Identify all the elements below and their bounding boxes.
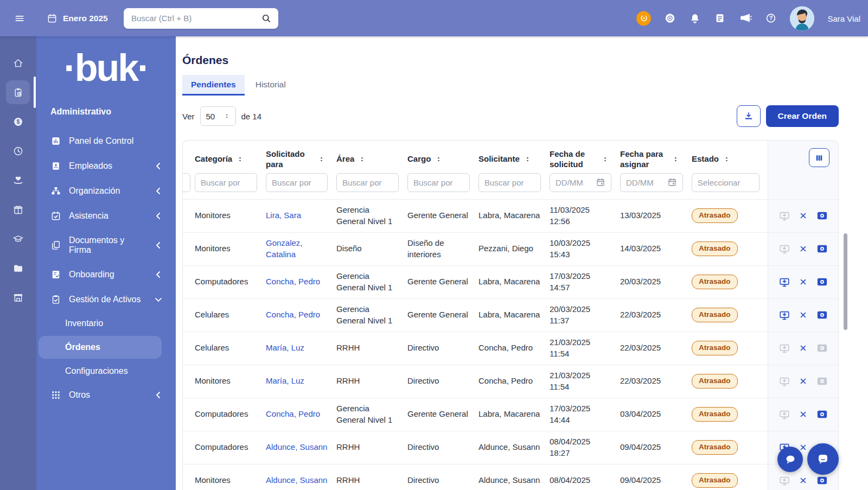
device-download-icon [778, 409, 790, 421]
device-download-icon [778, 342, 790, 354]
sidebar-item-empleados[interactable]: Empleados [36, 154, 176, 179]
date-filter-fecha-para-asignar[interactable]: DD/MM [620, 173, 683, 192]
support-chat-button[interactable] [807, 443, 839, 475]
requested-for-link[interactable]: Concha, Pedro [266, 310, 320, 319]
rail-item-time[interactable] [0, 136, 36, 166]
sidebar-item-onboarding[interactable]: Onboarding [36, 262, 176, 287]
requested-for-link[interactable]: María, Luz [266, 376, 304, 385]
sidebar-item-otros[interactable]: Otros [36, 383, 176, 408]
rail-item-gifts[interactable] [0, 195, 36, 224]
sidebar-subitem-configuraciones[interactable]: Configuraciones [36, 360, 176, 383]
request-date: 17/03/2025 [550, 271, 612, 282]
cancel-order-button[interactable] [799, 277, 808, 287]
filter-input-solicitante[interactable]: Buscar por [478, 173, 541, 192]
sidebar-item-gestion-de-activos[interactable]: Gestión de Activos [36, 287, 176, 312]
select-filter-estado[interactable]: Seleccionar [692, 173, 760, 192]
view-order-button[interactable] [816, 276, 828, 288]
cancel-order-button[interactable] [799, 310, 808, 320]
filter-input-categoria[interactable]: Buscar por [195, 173, 257, 192]
column-header-cargo[interactable]: Cargo [407, 154, 478, 164]
column-header-solicitado-para[interactable]: Solicitado para [266, 149, 336, 170]
requested-for-link[interactable]: Concha, Pedro [266, 409, 320, 418]
view-order-button[interactable] [816, 408, 828, 421]
column-header-fecha-para-asignar[interactable]: Fecha para asignar [620, 149, 692, 170]
rail-item-training[interactable] [0, 224, 36, 253]
cancel-order-button[interactable] [799, 244, 808, 253]
cancel-order-button[interactable] [799, 476, 808, 485]
feedback-chat-button[interactable] [777, 447, 803, 472]
vertical-scrollbar[interactable] [844, 233, 847, 330]
filter-input-cargo[interactable]: Buscar por [407, 173, 470, 192]
megaphone-icon[interactable] [739, 12, 752, 25]
period-selector[interactable]: Enero 2025 [47, 13, 108, 24]
tab-historial[interactable]: Historial [247, 75, 295, 96]
date-filter-fecha-de-solicitud[interactable]: DD/MM [550, 173, 611, 192]
sidebar-subitem-label: Inventario [65, 319, 103, 328]
requested-for-link[interactable]: Aldunce, Susann [266, 442, 327, 451]
cancel-order-button[interactable] [799, 211, 808, 220]
download-order-button[interactable] [778, 309, 790, 321]
create-order-button[interactable]: Crear Orden [766, 105, 839, 127]
sidebar-subitem-ordenes[interactable]: Órdenes [39, 336, 162, 359]
view-order-button[interactable] [816, 209, 828, 222]
sidebar-item-documentos-y-firma[interactable]: Documentos y Firma [36, 228, 176, 262]
close-icon [799, 410, 808, 419]
view-order-button[interactable] [816, 309, 828, 321]
column-header-solicitante[interactable]: Solicitante [478, 154, 550, 164]
rail-item-home[interactable] [0, 48, 36, 78]
cell-cargo: Directivo [407, 475, 478, 486]
requested-for-link[interactable]: Aldunce, Susann [266, 475, 327, 485]
support-icon[interactable] [636, 11, 651, 26]
filter-input-area[interactable]: Buscar por [336, 173, 399, 192]
column-label: Estado [692, 154, 719, 164]
filter-input-solicitado-para[interactable]: Buscar por [266, 173, 328, 192]
view-order-button[interactable] [816, 474, 828, 487]
sidebar-item-asistencia[interactable]: Asistencia [36, 203, 176, 228]
rail-item-marketplace[interactable] [0, 283, 36, 312]
notes-icon[interactable] [714, 12, 726, 24]
rail-item-benefits[interactable] [0, 166, 36, 195]
export-button[interactable] [737, 105, 761, 127]
cell-categoria: Monitores [195, 243, 266, 254]
tab-pendientes[interactable]: Pendientes [182, 75, 245, 96]
download-order-button [778, 342, 790, 354]
filter-placeholder: Buscar por [272, 178, 311, 187]
column-header-categoria[interactable]: Categoría [195, 154, 266, 164]
bell-icon[interactable] [689, 12, 701, 24]
column-settings-button[interactable] [809, 148, 829, 167]
rail-item-asset-management[interactable] [0, 78, 36, 107]
page-size-select[interactable]: 50 [200, 106, 236, 126]
cancel-order-button[interactable] [799, 410, 808, 419]
column-header-fecha-de-solicitud[interactable]: Fecha de solicitud [550, 149, 620, 170]
cell-categoria: Computadores [195, 409, 266, 419]
search-icon[interactable] [261, 13, 272, 24]
close-icon [799, 476, 808, 485]
requested-for-link[interactable]: María, Luz [266, 343, 304, 352]
view-order-button[interactable] [816, 243, 828, 255]
rail-item-payments[interactable] [0, 107, 36, 136]
help-icon[interactable] [765, 12, 777, 24]
gear-icon[interactable] [664, 12, 676, 24]
cancel-order-button[interactable] [799, 343, 808, 353]
requested-for-link[interactable]: Concha, Pedro [266, 277, 320, 286]
column-header-area[interactable]: Área [336, 154, 407, 164]
hidden-column-filter[interactable] [182, 173, 190, 192]
requested-for-link[interactable]: Lira, Sara [266, 211, 301, 220]
request-time: 11:37 [550, 315, 612, 326]
column-label: Fecha para asignar [620, 149, 668, 170]
sidebar-item-organizacion[interactable]: Organización [36, 179, 176, 203]
cancel-order-button[interactable] [799, 377, 808, 386]
avatar[interactable] [790, 6, 814, 30]
rail-item-files[interactable] [0, 253, 36, 283]
sidebar-item-panel-de-control[interactable]: Panel de Control [36, 129, 176, 154]
search-input[interactable] [124, 8, 278, 29]
cell-cargo: Gerente General [407, 309, 478, 320]
column-header-estado[interactable]: Estado [692, 154, 768, 164]
request-time: 11:54 [550, 348, 612, 359]
cell-solicitante: Labra, Macarena [478, 276, 550, 287]
request-date: 20/03/2025 [550, 304, 612, 315]
requested-for-link[interactable]: Gonzalez, Catalina [266, 238, 303, 258]
menu-toggle-button[interactable] [14, 13, 25, 24]
sidebar-subitem-inventario[interactable]: Inventario [36, 312, 176, 335]
download-order-button[interactable] [778, 276, 790, 288]
